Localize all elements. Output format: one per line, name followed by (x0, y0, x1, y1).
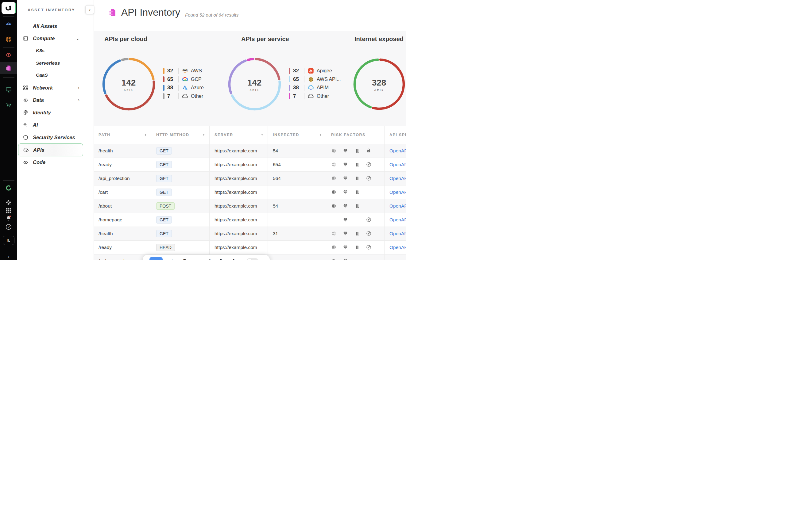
toolbar-primary-button[interactable] (149, 257, 163, 260)
sidebar-item-caas[interactable]: CaaS (18, 69, 82, 81)
toolbar-toggle[interactable] (246, 258, 259, 260)
grid-icon[interactable] (5, 207, 12, 214)
sidebar-item-security-services[interactable]: Security Services (18, 131, 82, 144)
cell-risk-factors (326, 213, 385, 227)
arrow-icon[interactable]: ↗ (206, 258, 212, 260)
cell-risk-factors (326, 158, 385, 172)
api-spec-link[interactable]: OpenAP (389, 258, 406, 260)
cell-api-spec: OpenAP (385, 158, 406, 172)
cell-api-spec: OpenAP (385, 144, 406, 158)
table-row[interactable]: /readyHEADhttps://example.comOpenAP (94, 241, 406, 255)
pointer-icon[interactable]: ⌖ (170, 258, 175, 260)
legend-divider (178, 85, 179, 91)
api-spec-link[interactable]: OpenAP (389, 176, 406, 181)
legend-label: Other (191, 94, 203, 99)
api-spec-link[interactable]: OpenAP (389, 189, 406, 195)
table-row[interactable]: /readyGEThttps://example.com654OpenAP (94, 158, 406, 172)
apim-icon (307, 84, 314, 91)
toolbar-divider (242, 257, 242, 260)
path-value: /health (99, 148, 113, 154)
table-row[interactable]: /healthGEThttps://example.com54OpenAP (94, 144, 406, 158)
cell-api-spec: OpenAP (385, 172, 406, 185)
svg-text:?: ? (8, 225, 10, 229)
cart-icon[interactable] (5, 102, 12, 108)
api-spec-link[interactable]: OpenAP (389, 231, 406, 236)
sidebar-collapse-button[interactable]: ‹ (85, 5, 94, 14)
donut-center-service: 142 APIs (233, 78, 276, 92)
sidebar-item-identity[interactable]: Identity (18, 106, 82, 119)
shape-icon[interactable]: ▭ (194, 258, 199, 260)
gem-icon (343, 203, 348, 208)
legend-item-apim: 38APIM (289, 84, 329, 92)
cell-path: /ready (94, 241, 151, 255)
sidebar-item-label: Network (33, 85, 53, 91)
text-icon[interactable]: T (182, 258, 187, 260)
table-row[interactable]: /cartGEThttps://example.comOpenAP (94, 185, 406, 199)
api-table: PATHHTTP METHODSERVERINSPECTEDRISK FACTO… (94, 126, 406, 260)
sidebar-item-compute[interactable]: Compute⌄ (18, 32, 82, 45)
avatar[interactable]: IL (3, 236, 15, 245)
server-value: https://example.com (215, 148, 257, 154)
api-spec-link[interactable]: OpenAP (389, 203, 406, 209)
ring-icon[interactable] (5, 185, 12, 191)
sidebar-item-data[interactable]: Data› (18, 94, 82, 106)
cell-api-spec: OpenAP (385, 227, 406, 241)
chevron-right-icon: › (78, 98, 79, 102)
filter-funnel-icon[interactable] (202, 133, 205, 137)
rail-divider (3, 32, 15, 32)
cell-server: https://example.com (210, 199, 268, 213)
rail-expand-chevron-icon[interactable]: › (8, 254, 9, 259)
door-risk-icon (354, 148, 366, 154)
gem-icon (343, 258, 348, 260)
filter-funnel-icon[interactable] (319, 133, 322, 137)
sidebar-item-network[interactable]: Network› (18, 82, 82, 94)
donut-center-exposed: 328 APIs (358, 78, 400, 92)
path-value: /homepage (99, 217, 122, 223)
pen-icon[interactable]: ✎ (219, 258, 224, 260)
sidebar-item-k8s[interactable]: K8s (18, 45, 82, 57)
api-spec-link[interactable]: OpenAP (389, 245, 406, 250)
cell-risk-factors (326, 144, 385, 158)
cell-inspected: 54 (268, 199, 326, 213)
inspected-value: 33 (273, 258, 278, 260)
owasp-icon (366, 217, 371, 222)
help-icon[interactable]: ? (5, 224, 12, 230)
cell-api-spec: OpenAP (385, 255, 406, 260)
table-row[interactable]: /homepageGEThttps://example.comOpenAP (94, 213, 406, 227)
radar-icon[interactable] (5, 21, 12, 27)
api-spec-link[interactable]: OpenAP (389, 148, 406, 154)
path-value: /cart (99, 189, 108, 195)
table-row[interactable]: /healthGEThttps://example.com31OpenAP (94, 227, 406, 241)
filter-funnel-icon[interactable] (260, 133, 264, 137)
gear-icon[interactable] (5, 199, 12, 206)
globe-risk-icon (331, 189, 343, 195)
sidebar-item-apis[interactable]: APIs (18, 144, 83, 156)
sidebar-item-label: Identity (33, 110, 51, 115)
legend-divider (178, 93, 179, 99)
lock-risk-icon (366, 148, 378, 154)
path-value: /ready (99, 245, 112, 250)
sidebar-item-serverless[interactable]: Serverless (18, 57, 82, 69)
sidebar-item-all-assets[interactable]: All Assets (18, 20, 82, 32)
sidebar-item-ai[interactable]: AI (18, 119, 82, 131)
shield-orange-icon[interactable] (5, 36, 12, 43)
monitor-icon[interactable] (5, 86, 12, 93)
annotate-icon[interactable]: A (231, 258, 236, 260)
api-doc-icon[interactable] (5, 65, 12, 72)
empty-risk-slot (354, 217, 366, 223)
legend-divider (178, 76, 179, 82)
bell-icon[interactable] (5, 215, 12, 222)
rail-divider (3, 47, 15, 48)
sidebar-item-label: Security Services (33, 135, 75, 140)
api-spec-link[interactable]: OpenAP (389, 162, 406, 167)
filter-funnel-icon[interactable] (144, 133, 147, 137)
eye-icon[interactable] (5, 52, 12, 58)
sidebar-item-code[interactable]: Code (18, 156, 82, 168)
logo-tile[interactable] (2, 2, 16, 14)
gem-risk-icon (343, 231, 354, 236)
cell-api-spec: OpenAP (385, 185, 406, 199)
http-method-badge: GET (156, 230, 172, 237)
api-spec-link[interactable]: OpenAP (389, 217, 406, 223)
table-row[interactable]: /aboutPOSThttps://example.com54OpenAP (94, 199, 406, 213)
table-row[interactable]: /api_protectionGEThttps://example.com564… (94, 172, 406, 185)
